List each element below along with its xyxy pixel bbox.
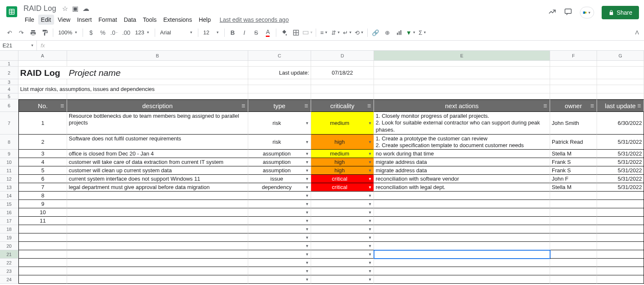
cell[interactable] [67, 275, 248, 284]
cell[interactable] [67, 79, 248, 85]
cell[interactable]: issue▼ [248, 175, 311, 183]
row-header[interactable]: 10 [0, 158, 18, 166]
move-icon[interactable]: ▣ [72, 5, 78, 13]
cell[interactable]: medium▼ [311, 112, 374, 135]
cell[interactable]: 5/31/2022 [597, 183, 644, 192]
cell[interactable]: Stella M [550, 150, 597, 158]
dropdown-icon[interactable]: ▼ [304, 185, 309, 189]
cell[interactable] [67, 267, 248, 275]
row-header[interactable]: 6 [0, 99, 18, 112]
row-header[interactable]: 22 [0, 259, 18, 267]
row-header[interactable]: 16 [0, 208, 18, 217]
comment-icon[interactable] [564, 8, 572, 18]
font-select[interactable]: Arial▼ [158, 29, 195, 36]
fill-color-icon[interactable] [279, 27, 290, 38]
menu-insert[interactable]: Insert [74, 15, 95, 25]
cell[interactable] [18, 275, 67, 284]
cell[interactable] [597, 267, 644, 275]
cell[interactable] [67, 233, 248, 242]
cell[interactable]: critical▼ [311, 175, 374, 183]
dropdown-icon[interactable]: ▼ [304, 244, 309, 248]
dropdown-icon[interactable]: ▼ [366, 160, 372, 164]
cell[interactable] [67, 85, 248, 93]
table-header[interactable]: owner☰ [550, 99, 597, 112]
zoom-select[interactable]: 100%▼ [56, 29, 80, 36]
cell[interactable]: high▼ [311, 135, 374, 150]
cell[interactable]: Last update: [248, 67, 311, 79]
cell[interactable]: risk▼ [248, 135, 311, 150]
cell[interactable]: ▼ [248, 275, 311, 284]
cell[interactable] [311, 93, 374, 99]
table-header[interactable]: criticality☰ [311, 99, 374, 112]
dropdown-icon[interactable]: ▼ [366, 194, 372, 198]
bold-icon[interactable]: B [227, 27, 238, 38]
cell[interactable]: ▼ [311, 233, 374, 242]
menu-edit[interactable]: Edit [38, 15, 54, 25]
dropdown-icon[interactable]: ▼ [304, 194, 309, 198]
cell[interactable] [550, 79, 597, 85]
cell[interactable] [67, 192, 248, 200]
cell[interactable] [597, 67, 644, 79]
cell[interactable]: customer will take care of data extracti… [67, 158, 248, 166]
cell[interactable] [18, 267, 67, 275]
dropdown-icon[interactable]: ▼ [304, 152, 309, 156]
row-header[interactable]: 1 [0, 61, 18, 67]
cell[interactable]: medium▼ [311, 150, 374, 158]
menu-view[interactable]: View [55, 15, 73, 25]
cell[interactable] [374, 225, 550, 233]
cell[interactable]: dependency▼ [248, 183, 311, 192]
cell[interactable]: customer will clean up current system da… [67, 166, 248, 175]
cell[interactable] [18, 242, 67, 250]
cell[interactable]: 9 [18, 200, 67, 208]
table-header[interactable]: last update☰ [597, 99, 644, 112]
cell[interactable] [67, 200, 248, 208]
row-header[interactable]: 18 [0, 225, 18, 233]
cell[interactable]: ▼ [248, 250, 311, 259]
decrease-decimal-icon[interactable]: .0← [109, 27, 120, 38]
table-header[interactable]: type☰ [248, 99, 311, 112]
cell[interactable] [597, 192, 644, 200]
sheets-logo[interactable] [3, 3, 20, 20]
cell[interactable] [311, 79, 374, 85]
cell[interactable]: 11 [18, 217, 67, 225]
cell[interactable]: ▼ [311, 259, 374, 267]
column-header[interactable]: A [18, 51, 67, 61]
cell[interactable] [550, 250, 597, 259]
cell[interactable]: 5/31/2022 [597, 150, 644, 158]
row-header[interactable]: 2 [0, 67, 18, 79]
cell[interactable] [597, 85, 644, 93]
cell[interactable] [550, 259, 597, 267]
row-header[interactable]: 5 [0, 93, 18, 99]
font-size-select[interactable]: 12▼ [201, 29, 222, 36]
redo-icon[interactable]: ↷ [16, 27, 27, 38]
borders-icon[interactable] [291, 27, 301, 38]
cell[interactable]: 5/31/2022 [597, 166, 644, 175]
cell[interactable]: ▼ [248, 217, 311, 225]
cell[interactable] [597, 259, 644, 267]
cell[interactable] [597, 208, 644, 217]
cell[interactable]: ▼ [311, 267, 374, 275]
dropdown-icon[interactable]: ▼ [366, 236, 372, 240]
menu-help[interactable]: Help [196, 15, 214, 25]
cell[interactable] [18, 250, 67, 259]
cell[interactable] [18, 61, 67, 67]
cell[interactable]: Frank S [550, 166, 597, 175]
dropdown-icon[interactable]: ▼ [366, 244, 372, 248]
filter-icon[interactable]: ☰ [367, 104, 371, 108]
column-header[interactable]: E [374, 51, 550, 61]
cell[interactable] [18, 93, 67, 99]
dropdown-icon[interactable]: ▼ [304, 210, 309, 215]
formula-input[interactable] [49, 41, 644, 50]
dropdown-icon[interactable]: ▼ [304, 261, 309, 265]
column-header[interactable]: F [550, 51, 597, 61]
cell[interactable]: no work during that time [374, 150, 550, 158]
cell[interactable] [597, 93, 644, 99]
activity-icon[interactable] [548, 8, 556, 18]
functions-icon[interactable]: Σ▼ [417, 27, 428, 38]
dropdown-icon[interactable]: ▼ [304, 236, 309, 240]
menu-tools[interactable]: Tools [140, 15, 160, 25]
cell[interactable] [550, 208, 597, 217]
meet-icon[interactable]: ▼ [580, 7, 594, 18]
cell[interactable]: Patrick Read [550, 135, 597, 150]
cell[interactable] [248, 79, 311, 85]
